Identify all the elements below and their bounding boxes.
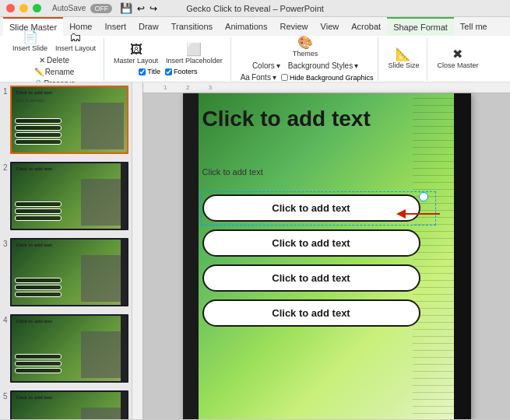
fonts-aa-icon: Aa	[241, 73, 250, 82]
thumb-box-4b	[15, 361, 62, 366]
slide-thumb-2[interactable]: Click to add text	[10, 162, 128, 230]
thumb-box-1a	[15, 118, 62, 124]
title-checkbox-label[interactable]: Title	[139, 68, 160, 75]
thumb-side-bar-2	[121, 163, 127, 229]
edit-row2: ✕ Delete	[36, 55, 72, 65]
themes-row2: Aa Fonts ▾ Hide Background Graphics	[237, 72, 374, 82]
thumb-boxes-1	[15, 118, 62, 145]
thumb-boxes-4	[15, 354, 62, 373]
thumb-image-4	[81, 331, 124, 378]
slide-main-title[interactable]: Click to add text	[202, 107, 420, 131]
slide-canvas[interactable]: Click to add text Click to add text Clic…	[183, 93, 471, 420]
slide-button-2[interactable]: Click to add text	[202, 229, 420, 257]
tab-review[interactable]: Review	[273, 17, 314, 36]
slide-thumb-1[interactable]: Click to add text Click to add text	[10, 86, 128, 154]
slide-thumb-5[interactable]: Click to add text	[10, 390, 128, 419]
ribbon-group-themes: 🎨 Themes Colors ▾ Background Styles ▾ Aa…	[233, 37, 379, 81]
thumb-image-5	[81, 408, 124, 419]
slide-button-3[interactable]: Click to add text	[202, 264, 420, 292]
thumb-side-bar-4	[121, 316, 127, 381]
thumb-title-2: Click to add text	[16, 166, 52, 171]
main-area: 1 Click to add text Click to add text 2 …	[0, 82, 510, 419]
tab-tell-me[interactable]: Tell me	[454, 17, 494, 36]
slide-number-4: 4	[3, 314, 8, 326]
colors-button[interactable]: Colors ▾	[249, 61, 283, 71]
hide-bg-checkbox-label[interactable]: Hide Background Graphics	[281, 74, 374, 82]
ribbon-group-master-layout: 🖼 Master Layout ⬜ Insert Placeholder Tit…	[106, 37, 231, 81]
insert-placeholder-icon: ⬜	[186, 44, 202, 56]
thumb-box-1b	[15, 125, 62, 131]
title-bar: AutoSave OFF 💾 ↩ ↪ Gecko Click to Reveal…	[0, 0, 510, 17]
fonts-button[interactable]: Aa Fonts ▾	[237, 72, 280, 82]
colors-dropdown-icon: ▾	[276, 61, 280, 70]
master-layout-button[interactable]: 🖼 Master Layout	[111, 42, 161, 66]
tab-animations[interactable]: Animations	[219, 17, 273, 36]
thumb-image-2	[81, 179, 124, 226]
thumb-box-3b	[15, 285, 62, 290]
thumb-box-2b	[15, 208, 62, 214]
thumb-side-bar-5	[121, 392, 127, 419]
hide-bg-checkbox[interactable]	[281, 74, 288, 81]
tab-acrobat[interactable]: Acrobat	[345, 17, 387, 36]
slide-thumb-4[interactable]: Click to add text	[10, 314, 128, 383]
save-icon[interactable]: 💾	[120, 2, 132, 14]
tab-draw[interactable]: Draw	[132, 17, 165, 36]
undo-icon[interactable]: ↩	[137, 3, 145, 14]
arrow-container	[393, 202, 448, 228]
ribbon-group-edit: 📄 Insert Slide 🗂 Insert Layout ✕ Delete …	[5, 37, 104, 81]
window-controls[interactable]: AutoSave OFF 💾 ↩ ↪	[6, 2, 157, 14]
thumb-box-1c	[15, 132, 62, 138]
thumb-title-5: Click to add text	[16, 395, 52, 400]
minimize-button[interactable]	[19, 4, 28, 12]
ribbon-group-size: 📐 Slide Size	[380, 37, 427, 81]
footers-checkbox-label[interactable]: Footers	[165, 68, 198, 75]
window-title: Gecko Click to Reveal – PowerPoint	[186, 4, 324, 13]
ribbon-group-close: ✖ Close Master	[429, 37, 486, 81]
close-master-button[interactable]: ✖ Close Master	[434, 47, 481, 71]
background-styles-button[interactable]: Background Styles ▾	[285, 61, 361, 71]
master-layout-row: 🖼 Master Layout ⬜ Insert Placeholder	[111, 42, 226, 66]
slide-thumb-3[interactable]: Click to add text	[10, 238, 128, 306]
master-layout-icon: 🖼	[130, 44, 142, 56]
slide-dark-panel-left	[183, 93, 199, 420]
thumb-title-1: Click to add text	[16, 90, 52, 95]
thumb-title-4: Click to add text	[16, 319, 52, 324]
thumb-image-3	[81, 255, 124, 302]
delete-button[interactable]: ✕ Delete	[36, 55, 72, 65]
title-checkbox[interactable]	[139, 68, 146, 75]
insert-layout-button[interactable]: 🗂 Insert Layout	[52, 30, 99, 54]
slide-size-button[interactable]: 📐 Slide Size	[385, 47, 422, 71]
themes-button[interactable]: 🎨 Themes	[290, 35, 322, 59]
thumb-box-2c	[15, 215, 62, 221]
thumb-box-4c	[15, 368, 62, 373]
slide-button-4[interactable]: Click to add text	[202, 299, 420, 327]
thumb-box-1d	[15, 139, 62, 145]
rename-button[interactable]: ✏️ Rename	[31, 67, 78, 77]
close-button[interactable]	[6, 4, 15, 12]
slide-button-1[interactable]: Click to add text	[202, 194, 420, 222]
ruler-left	[132, 82, 143, 419]
slide-number-3: 3	[3, 238, 8, 250]
canvas-area: 1 2 3 Click to add text Click to add tex…	[132, 82, 510, 419]
tab-insert[interactable]: Insert	[98, 17, 132, 36]
ruler-mark: 1 2 3	[164, 84, 212, 91]
close-master-icon: ✖	[452, 48, 463, 61]
tab-view[interactable]: View	[315, 17, 346, 36]
slide-dark-panel-right	[454, 93, 471, 420]
maximize-button[interactable]	[33, 4, 41, 12]
thumb-boxes-3	[15, 278, 62, 297]
thumb-box-3a	[15, 278, 62, 283]
tab-shape-format[interactable]: Shape Format	[387, 17, 454, 36]
ruler-top: 1 2 3	[132, 82, 510, 93]
insert-slide-button[interactable]: 📄 Insert Slide	[9, 30, 51, 54]
fonts-dropdown-icon: ▾	[273, 73, 276, 82]
redo-icon[interactable]: ↪	[149, 3, 157, 14]
edit-row: 📄 Insert Slide 🗂 Insert Layout	[9, 30, 99, 54]
autosave-toggle[interactable]: OFF	[90, 4, 112, 13]
autosave-label: AutoSave	[52, 4, 86, 12]
tab-transitions[interactable]: Transitions	[165, 17, 219, 36]
footers-checkbox[interactable]	[165, 68, 172, 75]
thumb-box-2a	[15, 201, 62, 207]
slide-subtitle[interactable]: Click to add text	[202, 167, 420, 177]
insert-placeholder-button[interactable]: ⬜ Insert Placeholder	[163, 42, 226, 66]
